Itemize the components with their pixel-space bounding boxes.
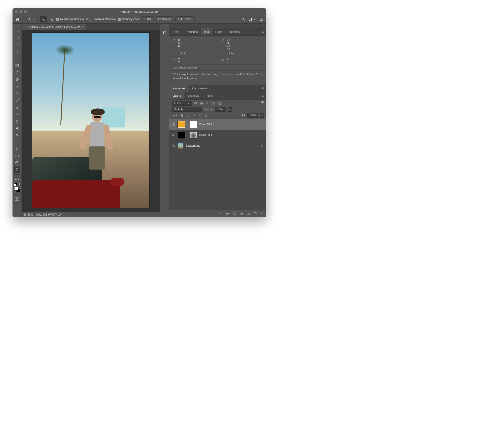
tab-channels[interactable]: Channels: [184, 92, 202, 99]
group-button[interactable]: [246, 212, 250, 216]
tab-learn[interactable]: Learn: [212, 28, 226, 35]
canvas[interactable]: [32, 32, 150, 208]
brush-tool[interactable]: [14, 83, 20, 90]
layer-row[interactable]: Color Fill 1: [169, 130, 266, 141]
filter-shape-icon[interactable]: [211, 101, 216, 105]
history-brush-tool[interactable]: [14, 97, 20, 104]
search-button[interactable]: [240, 16, 246, 23]
tab-libraries[interactable]: Libraries: [226, 28, 243, 35]
filter-pixel-icon[interactable]: [193, 101, 198, 105]
lasso-tool[interactable]: [14, 42, 20, 48]
link-layers-button[interactable]: [219, 212, 222, 216]
zoom-out-button[interactable]: [48, 16, 54, 23]
workspace-switcher[interactable]: [249, 17, 256, 21]
default-colors-button[interactable]: [14, 183, 20, 186]
quick-select-tool[interactable]: [14, 49, 20, 55]
layer-kind-filter[interactable]: Kind: [172, 101, 192, 106]
panel-menu-button[interactable]: [260, 92, 266, 99]
gradient-tool[interactable]: [14, 111, 20, 117]
frame-tool[interactable]: [14, 63, 20, 69]
lock-transparency-icon[interactable]: [180, 113, 184, 117]
tab-properties[interactable]: Properties: [169, 85, 189, 92]
tab-layers[interactable]: Layers: [169, 92, 184, 99]
link-mask-icon[interactable]: [186, 122, 189, 127]
canvas-viewport[interactable]: [22, 30, 160, 212]
lock-position-icon[interactable]: [192, 113, 196, 117]
hand-tool[interactable]: [14, 160, 20, 166]
opacity-field[interactable]: 15%: [215, 107, 226, 112]
fill-screen-button[interactable]: Fill Screen: [175, 17, 195, 22]
home-button[interactable]: [14, 16, 21, 23]
quick-mask-button[interactable]: [14, 196, 20, 202]
fit-screen-button[interactable]: Fit Screen: [155, 17, 174, 22]
marquee-tool[interactable]: [14, 35, 20, 41]
status-zoom[interactable]: 18.59%: [24, 213, 33, 216]
tab-swatches[interactable]: Swatches: [182, 28, 201, 35]
path-select-tool[interactable]: [14, 146, 20, 152]
eyedropper-tool[interactable]: [14, 69, 20, 76]
layer-row[interactable]: Color Fill 2: [169, 119, 266, 130]
adjustment-layer-button[interactable]: ▾: [240, 212, 243, 216]
lock-artboard-icon[interactable]: [198, 113, 202, 117]
panel-grip[interactable]: [14, 25, 20, 26]
fx-button[interactable]: fx▾: [226, 212, 229, 216]
link-mask-icon[interactable]: [186, 132, 189, 138]
panel-menu-button[interactable]: [260, 28, 266, 35]
dodge-tool[interactable]: [14, 125, 20, 131]
zoom-tool[interactable]: [14, 167, 20, 173]
close-tab-icon[interactable]: ×: [24, 25, 26, 29]
collapse-chevron-icon[interactable]: ‹‹: [160, 23, 169, 28]
delete-layer-button[interactable]: [260, 212, 264, 216]
tool-preset-picker[interactable]: [26, 16, 35, 23]
tab-info[interactable]: Info: [201, 28, 212, 35]
eraser-tool[interactable]: [14, 104, 20, 111]
visibility-icon[interactable]: [172, 144, 176, 148]
lock-all-icon[interactable]: [204, 113, 208, 117]
healing-brush-tool[interactable]: [14, 76, 20, 83]
mask-thumbnail[interactable]: [190, 121, 197, 128]
zoom-percent-field[interactable]: 100%: [142, 17, 154, 22]
status-menu-caret[interactable]: 〉: [67, 213, 70, 216]
clone-stamp-tool[interactable]: [14, 90, 20, 97]
filter-type-icon[interactable]: [205, 101, 210, 105]
add-mask-button[interactable]: [233, 212, 236, 216]
zoom-all-checkbox[interactable]: Zoom All Windows: [89, 18, 116, 21]
fill-stepper[interactable]: [260, 113, 264, 118]
move-tool[interactable]: [14, 28, 20, 34]
scrubby-zoom-checkbox[interactable]: Scrubby Zoom: [118, 18, 140, 21]
expand-chevron-icon[interactable]: ››: [169, 23, 266, 28]
tab-paths[interactable]: Paths: [202, 92, 216, 99]
type-tool[interactable]: [14, 139, 20, 145]
history-panel-icon[interactable]: [162, 30, 167, 36]
screen-mode-button[interactable]: [14, 205, 20, 212]
visibility-icon[interactable]: [172, 133, 176, 137]
blur-tool[interactable]: [14, 118, 20, 124]
color-swatches[interactable]: [14, 186, 20, 193]
edit-toolbar-button[interactable]: •••: [14, 176, 20, 182]
status-doc-size[interactable]: Doc: 206.9M/274.1M: [36, 213, 62, 216]
lock-pixels-icon[interactable]: [186, 113, 190, 117]
layer-row[interactable]: Background: [169, 141, 266, 151]
layer-thumbnail[interactable]: [178, 143, 184, 149]
blend-mode-select[interactable]: Multiply: [172, 107, 202, 112]
new-layer-button[interactable]: [253, 212, 257, 216]
filter-toggle[interactable]: [261, 101, 264, 106]
filter-smart-icon[interactable]: [217, 101, 222, 105]
visibility-icon[interactable]: [172, 122, 176, 127]
layer-thumbnail[interactable]: [178, 132, 185, 139]
document-tab[interactable]: × Untitled-1 @ 18.6% (Color Fill 2, RGB/…: [22, 23, 86, 30]
tab-color[interactable]: Color: [169, 28, 182, 35]
panel-menu-button[interactable]: [260, 85, 266, 92]
mask-thumbnail[interactable]: [190, 132, 197, 139]
opacity-stepper[interactable]: [228, 107, 232, 112]
crop-tool[interactable]: [14, 56, 20, 62]
share-button[interactable]: [258, 16, 264, 23]
layer-thumbnail[interactable]: [178, 121, 185, 128]
rectangle-tool[interactable]: [14, 153, 20, 159]
filter-adjustment-icon[interactable]: [199, 101, 204, 105]
tab-adjustments[interactable]: Adjustments: [189, 85, 210, 92]
resize-windows-checkbox[interactable]: Resize Windows to Fit: [56, 18, 88, 21]
zoom-in-button[interactable]: [40, 16, 47, 23]
pen-tool[interactable]: [14, 132, 20, 138]
fill-field[interactable]: 100%: [247, 113, 258, 118]
